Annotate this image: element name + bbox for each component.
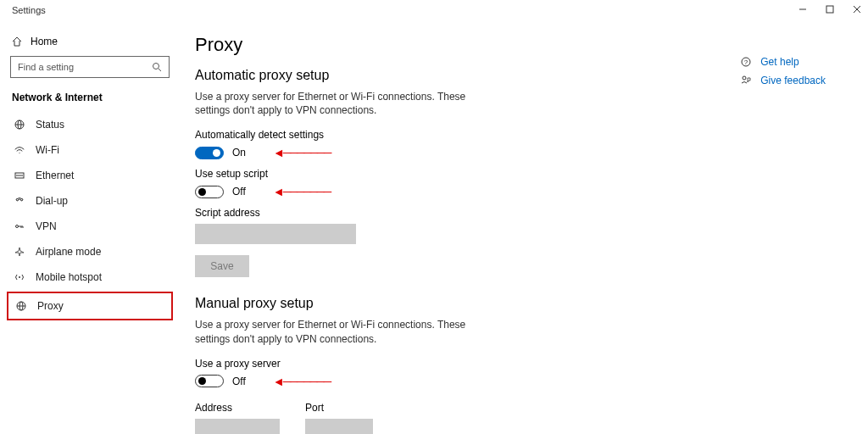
auto-detect-toggle[interactable] — [195, 147, 224, 159]
proxy-icon — [15, 300, 27, 312]
setup-script-toggle[interactable] — [195, 186, 224, 198]
home-icon — [12, 36, 22, 47]
sidebar-item-label: Ethernet — [36, 170, 74, 181]
search-placeholder: Find a setting — [18, 62, 74, 72]
sidebar-section: Network & Internet — [12, 92, 170, 103]
svg-text:?: ? — [744, 58, 748, 66]
sidebar-item-wifi[interactable]: Wi-Fi — [10, 137, 170, 163]
setup-script-state: Off — [232, 186, 246, 198]
right-links: ? Get help Give feedback — [740, 53, 826, 90]
sidebar-item-vpn[interactable]: VPN — [10, 214, 170, 239]
sidebar-item-label: Dial-up — [36, 195, 68, 207]
address-input — [195, 419, 280, 434]
status-icon — [14, 119, 25, 131]
sidebar-home-label: Home — [31, 36, 58, 47]
hotspot-icon — [14, 271, 25, 283]
annotation-arrow: ◄─────── — [273, 375, 330, 388]
sidebar-item-label: Mobile hotspot — [36, 271, 102, 283]
script-address-input — [195, 224, 356, 244]
sidebar-item-label: Wi-Fi — [36, 144, 59, 156]
sidebar-home[interactable]: Home — [10, 31, 170, 56]
address-label: Address — [195, 402, 280, 414]
use-proxy-label: Use a proxy server — [195, 358, 868, 370]
auto-detect-label: Automatically detect settings — [195, 129, 868, 141]
help-icon: ? — [740, 56, 752, 68]
maximize-icon[interactable] — [824, 3, 836, 15]
port-input — [305, 419, 373, 434]
use-proxy-state: Off — [232, 376, 246, 387]
airplane-icon — [14, 246, 25, 258]
save-button: Save — [195, 255, 249, 277]
manual-heading: Manual proxy setup — [195, 296, 868, 311]
svg-rect-1 — [826, 6, 833, 13]
auto-desc: Use a proxy server for Ethernet or Wi-Fi… — [195, 90, 466, 117]
setup-script-label: Use setup script — [195, 168, 868, 180]
script-address-label: Script address — [195, 207, 868, 219]
sidebar-item-dialup[interactable]: Dial-up — [10, 188, 170, 214]
sidebar-item-label: VPN — [36, 220, 57, 232]
sidebar-item-hotspot[interactable]: Mobile hotspot — [10, 264, 170, 290]
sidebar-item-proxy[interactable]: Proxy — [12, 297, 168, 315]
port-label: Port — [305, 402, 373, 414]
close-icon[interactable] — [851, 3, 863, 15]
sidebar-item-label: Status — [36, 119, 64, 131]
search-icon — [152, 62, 162, 72]
sidebar-item-ethernet[interactable]: Ethernet — [10, 163, 170, 188]
annotation-arrow: ◄─────── — [273, 146, 330, 159]
ethernet-icon — [14, 170, 25, 181]
sidebar-item-label: Proxy — [37, 300, 64, 312]
give-feedback-link[interactable]: Give feedback — [740, 71, 826, 90]
vpn-icon — [14, 220, 25, 232]
minimize-icon[interactable] — [797, 3, 809, 15]
sidebar-item-label: Airplane mode — [36, 246, 101, 258]
svg-point-24 — [743, 76, 746, 80]
manual-desc: Use a proxy server for Ethernet or Wi-Fi… — [195, 318, 466, 345]
get-help-link[interactable]: ? Get help — [740, 53, 826, 71]
get-help-label: Get help — [760, 56, 798, 68]
auto-detect-state: On — [232, 147, 246, 159]
annotation-arrow: ◄─────── — [273, 185, 330, 198]
search-input[interactable]: Find a setting — [10, 56, 170, 78]
give-feedback-label: Give feedback — [760, 75, 826, 86]
sidebar-item-status[interactable]: Status — [10, 112, 170, 137]
wifi-icon — [14, 144, 25, 156]
use-proxy-toggle[interactable] — [195, 375, 224, 387]
svg-line-5 — [159, 69, 161, 71]
sidebar: Home Find a setting Network & Internet S… — [0, 24, 180, 322]
feedback-icon — [740, 75, 752, 86]
svg-point-14 — [16, 225, 19, 228]
sidebar-item-airplane[interactable]: Airplane mode — [10, 239, 170, 264]
dialup-icon — [14, 195, 25, 207]
app-title: Settings — [12, 5, 46, 15]
svg-point-18 — [19, 276, 20, 278]
svg-point-4 — [153, 64, 159, 70]
